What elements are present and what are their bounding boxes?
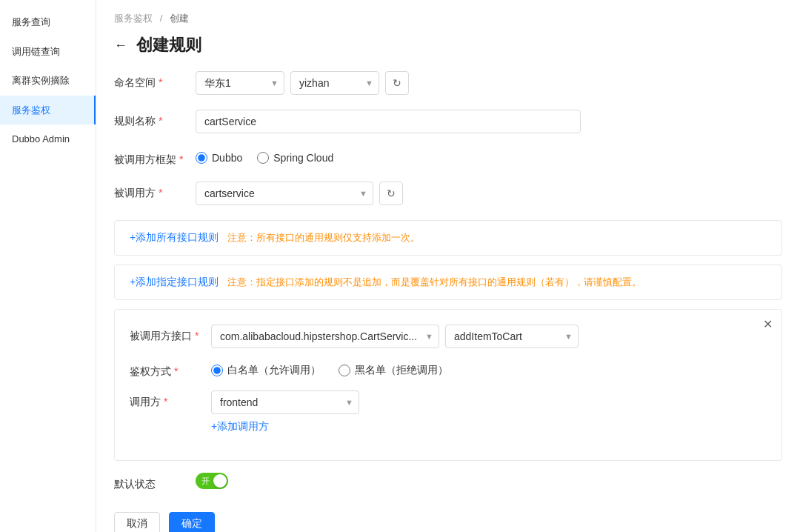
framework-dubbo-radio[interactable]	[196, 152, 207, 164]
interface-rule-card: ✕ 被调用方接口 com.alibabacloud.hipstershop.Ca…	[114, 309, 782, 461]
default-status-control: 开	[196, 473, 782, 489]
caller-label: 调用方	[130, 390, 211, 409]
auth-method-row: 鉴权方式 白名单（允许调用） 黑名单（拒绝调用）	[130, 360, 767, 379]
toggle-label: 开	[199, 476, 210, 487]
sidebar-item-dubbo-admin[interactable]: Dubbo Admin	[0, 124, 96, 154]
callee-control: cartservice ▼ ↻	[196, 182, 782, 205]
auth-blacklist-label: 黑名单（拒绝调用）	[355, 364, 448, 377]
namespace2-select-wrap: yizhan ▼	[290, 71, 379, 95]
namespace-select[interactable]: 华东1 华东2 华北1	[196, 71, 284, 95]
auth-whitelist-label: 白名单（允许调用）	[227, 364, 321, 377]
default-status-label: 默认状态	[114, 473, 196, 491]
namespace-select-wrap: 华东1 华东2 华北1 ▼	[196, 71, 284, 95]
framework-spring-cloud-label: Spring Cloud	[273, 152, 333, 164]
framework-spring-cloud-option[interactable]: Spring Cloud	[257, 152, 333, 164]
add-all-interface-section: +添加所有接口规则 注意：所有接口的通用规则仅支持添加一次。	[114, 220, 782, 256]
auth-blacklist-option[interactable]: 黑名单（拒绝调用）	[339, 364, 448, 377]
add-all-interface-link[interactable]: +添加所有接口规则	[130, 231, 219, 243]
auth-whitelist-option[interactable]: 白名单（允许调用）	[211, 364, 321, 377]
back-button[interactable]: ←	[114, 38, 127, 53]
rule-name-input[interactable]	[196, 110, 581, 133]
default-status-toggle[interactable]: 开	[196, 473, 228, 489]
caller-control: frontend ▼ +添加调用方	[211, 390, 767, 433]
namespace-select-group: 华东1 华东2 华北1 ▼ yizhan ▼ ↻	[196, 71, 782, 95]
method-select-wrap: addItemToCart ▼	[445, 325, 579, 348]
method-select[interactable]: addItemToCart	[445, 325, 579, 348]
namespace-control: 华东1 华东2 华北1 ▼ yizhan ▼ ↻	[196, 71, 782, 95]
caller-select[interactable]: frontend	[211, 390, 359, 414]
add-specific-interface-section: +添加指定接口规则 注意：指定接口添加的规则不是追加，而是覆盖针对所有接口的通用…	[114, 265, 782, 300]
sidebar: 服务查询 调用链查询 离群实例摘除 服务鉴权 Dubbo Admin	[0, 0, 96, 532]
add-specific-interface-note: 注意：指定接口添加的规则不是追加，而是覆盖针对所有接口的通用规则（若有），请谨慎…	[227, 276, 641, 287]
framework-row: 被调用方框架 Dubbo Spring Cloud	[114, 148, 782, 167]
callee-select-inner-wrap: cartservice ▼	[196, 182, 373, 205]
caller-row: 调用方 frontend ▼ +添加调用方	[130, 390, 767, 433]
interface-control: com.alibabacloud.hipstershop.CartServic.…	[211, 325, 767, 348]
confirm-button[interactable]: 确定	[169, 512, 215, 532]
breadcrumb-current: 创建	[170, 13, 189, 24]
auth-method-control: 白名单（允许调用） 黑名单（拒绝调用）	[211, 360, 767, 377]
framework-radio-group: Dubbo Spring Cloud	[196, 148, 782, 164]
callee-refresh-button[interactable]: ↻	[379, 182, 403, 205]
framework-control: Dubbo Spring Cloud	[196, 148, 782, 164]
caller-select-outer-wrap: frontend ▼	[211, 390, 359, 414]
cancel-button[interactable]: 取消	[114, 512, 160, 532]
auth-whitelist-radio[interactable]	[211, 365, 223, 376]
interface-select-wrap: com.alibabacloud.hipstershop.CartServic.…	[211, 325, 439, 348]
auth-radio-group: 白名单（允许调用） 黑名单（拒绝调用）	[211, 360, 767, 377]
breadcrumb: 服务鉴权 / 创建	[96, 0, 800, 25]
sidebar-item-cluster-instance-remove[interactable]: 离群实例摘除	[0, 66, 96, 96]
card-close-button[interactable]: ✕	[763, 319, 773, 330]
interface-select-group: com.alibabacloud.hipstershop.CartServic.…	[211, 325, 767, 348]
framework-label: 被调用方框架	[114, 148, 196, 167]
namespace-refresh-button[interactable]: ↻	[385, 71, 409, 95]
add-caller-link[interactable]: +添加调用方	[211, 420, 269, 433]
sidebar-item-service-auth[interactable]: 服务鉴权	[0, 96, 96, 125]
interface-select[interactable]: com.alibabacloud.hipstershop.CartServic.…	[211, 325, 439, 348]
interface-row: 被调用方接口 com.alibabacloud.hipstershop.Cart…	[130, 325, 767, 348]
main-content: 服务鉴权 / 创建 ← 创建规则 命名空间 华东1 华东2 华北1 ▼	[96, 0, 800, 532]
interface-label: 被调用方接口	[130, 325, 211, 343]
breadcrumb-separator: /	[160, 13, 163, 24]
create-rule-form: 命名空间 华东1 华东2 华北1 ▼ yizhan	[96, 71, 800, 532]
callee-select-wrap: cartservice ▼ ↻	[196, 182, 782, 205]
sidebar-item-trace-query[interactable]: 调用链查询	[0, 37, 96, 67]
toggle-wrap: 开	[196, 473, 782, 489]
namespace-row: 命名空间 华东1 华东2 华北1 ▼ yizhan	[114, 71, 782, 95]
default-status-row: 默认状态 开	[114, 473, 782, 491]
toggle-knob	[213, 474, 227, 488]
auth-method-label: 鉴权方式	[130, 360, 211, 379]
callee-label: 被调用方	[114, 182, 196, 200]
framework-dubbo-label: Dubbo	[212, 152, 242, 164]
add-specific-interface-link[interactable]: +添加指定接口规则	[130, 276, 219, 287]
page-title: 创建规则	[136, 34, 201, 56]
auth-blacklist-radio[interactable]	[339, 365, 350, 376]
rule-name-label: 规则名称	[114, 110, 196, 128]
namespace2-select[interactable]: yizhan	[290, 71, 379, 95]
framework-dubbo-option[interactable]: Dubbo	[196, 152, 242, 164]
add-all-interface-note: 注意：所有接口的通用规则仅支持添加一次。	[227, 232, 420, 243]
rule-name-row: 规则名称	[114, 110, 782, 133]
callee-select[interactable]: cartservice	[196, 182, 373, 205]
callee-row: 被调用方 cartservice ▼ ↻	[114, 182, 782, 205]
form-footer: 取消 确定	[114, 506, 782, 532]
framework-spring-cloud-radio[interactable]	[257, 152, 269, 164]
sidebar-item-service-query[interactable]: 服务查询	[0, 7, 96, 37]
namespace-label: 命名空间	[114, 71, 196, 90]
rule-name-control	[196, 110, 782, 133]
breadcrumb-parent: 服务鉴权	[114, 13, 153, 24]
page-header: ← 创建规则	[96, 25, 800, 71]
